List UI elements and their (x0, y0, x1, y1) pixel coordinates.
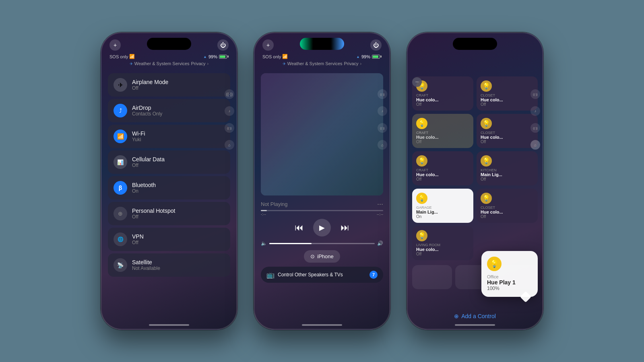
tile-status-4: Off (416, 177, 469, 181)
exp-name: Hue Play 1 (487, 279, 532, 286)
tile-room-2: Craft (416, 131, 469, 135)
speakers-button[interactable]: 📺 Control Other Speakers & TVs 7 (261, 267, 383, 283)
status-right-1: ▲ 99% (203, 54, 229, 59)
music-player: Not Playing ··· -:-- --:-- ⏮ ▶ ⏭ 🔈 🔊 (254, 70, 390, 286)
play-button[interactable]: ▶ (313, 219, 331, 237)
settings-item-wifi[interactable]: 📶 Wi-Fi Yuki (108, 125, 230, 148)
expanded-tile-office[interactable]: 💡 Office Hue Play 1 100% (481, 251, 538, 297)
chevron-1: › (207, 61, 209, 66)
settings-item-hotspot[interactable]: ⊕ Personal Hotspot Off (108, 202, 230, 225)
exp-pct: 100% (487, 286, 532, 291)
hotspot-text: Personal Hotspot Off (132, 208, 175, 220)
airdrop-icon: ⤴ (114, 104, 127, 117)
home-indicator-1 (149, 324, 189, 326)
side-icon3-music: ♪ (530, 106, 540, 116)
volume-control: 🔈 🔊 (261, 241, 383, 246)
airplane-title: Airplane Mode (132, 79, 168, 85)
phone-3: − 💡 Craft Hue colo... Off 💡 Closet Hue c… (407, 32, 543, 330)
power-button-1[interactable]: ⏻ (217, 39, 229, 51)
side-icon3-home[interactable]: ⌂ (530, 140, 540, 150)
cellular-sub: Off (132, 162, 165, 168)
side-icon2-signal: ((·)) (378, 89, 387, 99)
settings-item-airdrop[interactable]: ⤴ AirDrop Contacts Only (108, 99, 230, 122)
vpn-sub: Off (132, 240, 144, 245)
satellite-title: Satellite (132, 259, 160, 265)
tile-icon-7: 💡 (481, 193, 492, 204)
airplay-label: iPhone (317, 253, 333, 259)
not-playing-label: Not Playing (261, 201, 287, 207)
prev-button[interactable]: ⏮ (295, 222, 303, 233)
signal-text-1: SOS only (109, 54, 128, 59)
battery-pct-2: 99% (361, 54, 370, 59)
settings-item-vpn[interactable]: 🌐 VPN Off (108, 228, 230, 251)
home-tile-3[interactable]: 💡 Closet Hue colo... Off (477, 114, 538, 148)
home-indicator-3 (455, 324, 495, 326)
home-tile-8[interactable]: 💡 Living Room Hue colo... Off (412, 226, 473, 260)
power-button-2[interactable]: ⏻ (370, 39, 382, 51)
side-icon-signal: ((·)) (225, 89, 234, 99)
tile-name-1: Hue colo... (481, 97, 534, 102)
wifi-icon-1: 📶 (129, 54, 135, 59)
settings-item-cellular[interactable]: 📊 Cellular Data Off (108, 150, 230, 174)
add-control-button[interactable]: ⊕ Add a Control (407, 313, 543, 319)
progress-bar[interactable]: -:-- --:-- (261, 210, 383, 216)
add-control-label: Add a Control (461, 313, 496, 319)
privacy-link-1[interactable]: Privacy (191, 61, 206, 66)
location-bar-2: ✈ Weather & System Services Privacy › (254, 61, 390, 66)
next-button[interactable]: ⏭ (341, 222, 349, 233)
home-tile-6[interactable]: 💡 Garage Main Lig... On (412, 189, 473, 223)
home-tile-1[interactable]: 💡 Closet Hue colo... Off (477, 76, 538, 111)
tile-name-7: Hue colo... (481, 210, 534, 214)
tile-room-3: Closet (481, 131, 534, 135)
airplay-icon: ⊙ (310, 253, 315, 259)
tile-status-0: Off (416, 102, 469, 107)
home-tile-7[interactable]: 💡 Closet Hue colo... Off (477, 189, 538, 223)
phone1-content: ✈ Airplane Mode Off ⤴ AirDrop Contacts O… (101, 70, 237, 329)
home-tile-4[interactable]: 💡 Craft Hue colo... Off (412, 151, 473, 185)
vol-min-icon: 🔈 (261, 241, 267, 246)
plus-button-2[interactable]: + (262, 39, 274, 51)
settings-item-airplane[interactable]: ✈ Airplane Mode Off (108, 73, 230, 97)
minus-button[interactable]: − (412, 77, 422, 87)
exp-room: Office (487, 274, 532, 279)
side-icon2-signal2: ((·)) (378, 123, 387, 133)
time-start: -:-- (261, 212, 266, 216)
side-icon-signal2: ((·)) (225, 123, 234, 133)
cellular-text: Cellular Data Off (132, 156, 165, 168)
wifi-icon-item: 📶 (114, 130, 127, 143)
tile-icon-3: 💡 (481, 118, 492, 129)
speakers-count: 7 (369, 271, 378, 279)
battery-1 (219, 55, 229, 59)
hotspot-sub: Off (132, 214, 175, 220)
wifi-icon-2: 📶 (282, 54, 288, 59)
volume-slider[interactable] (269, 243, 375, 244)
home-indicator-2 (302, 324, 342, 326)
bluetooth-icon: β (114, 181, 127, 195)
bluetooth-sub: On (132, 188, 156, 194)
phone3-content: 💡 Craft Hue colo... Off 💡 Closet Hue col… (407, 73, 543, 329)
settings-item-bluetooth[interactable]: β Bluetooth On (108, 176, 230, 200)
privacy-link-2[interactable]: Privacy (344, 61, 359, 66)
status-bar-1: SOS only 📶 ▲ 99% (101, 54, 237, 59)
top-controls-2: + ⏻ (262, 39, 382, 51)
tile-icon-4: 💡 (416, 155, 427, 167)
top-controls-1: + ⏻ (109, 39, 229, 51)
home-tile-5[interactable]: 💡 Kitchen Main Lig... Off (477, 151, 538, 185)
airplay-button[interactable]: ⊙ iPhone (304, 250, 340, 263)
airplane-icon: ✈ (114, 78, 127, 92)
chevron-2: › (360, 61, 362, 66)
phone-1: + ⏻ ✈ Weather & System Services Privacy … (101, 32, 237, 330)
tile-room-6: Garage (416, 206, 469, 210)
status-bar-2: SOS only 📶 ▲ 99% (254, 54, 390, 59)
music-dots[interactable]: ··· (377, 200, 383, 208)
expanded-tail (520, 291, 531, 302)
vpn-icon: 🌐 (114, 232, 127, 246)
plus-button-1[interactable]: + (109, 39, 121, 51)
tile-status-2: Off (416, 140, 469, 144)
home-tile-2[interactable]: 💡 Craft Hue colo... Off (412, 114, 473, 148)
side-icon2-music: ♪ (378, 106, 387, 116)
wifi-sub: Yuki (132, 137, 145, 142)
bluetooth-title: Bluetooth (132, 182, 156, 188)
settings-item-satellite[interactable]: 📡 Satellite Not Available (108, 253, 230, 277)
tile-name-5: Main Lig... (481, 172, 534, 177)
